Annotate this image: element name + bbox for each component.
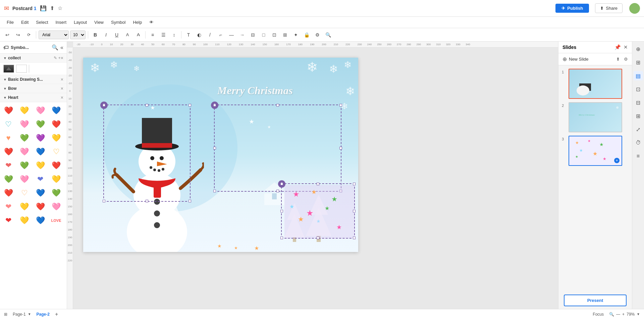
- symbol-heart-34[interactable]: 💛: [18, 214, 31, 227]
- menu-file[interactable]: File: [3, 18, 17, 26]
- publish-button[interactable]: ✈ Publish: [555, 4, 589, 13]
- redo-button[interactable]: ↪: [13, 30, 23, 40]
- menu-symbol[interactable]: Symbol: [108, 18, 129, 26]
- avatar[interactable]: [629, 3, 640, 14]
- slide-thumb-2[interactable]: 2 Merry Christmas ❄: [561, 102, 629, 133]
- symbol-heart-33[interactable]: ❤: [2, 214, 15, 227]
- basic-drawing-close-icon[interactable]: ×: [61, 77, 63, 82]
- symbol-heart-2[interactable]: 💛: [18, 104, 31, 117]
- bold-button[interactable]: B: [91, 30, 100, 40]
- symbol-heart-28[interactable]: 💚: [50, 187, 63, 199]
- undo-button[interactable]: ↩: [3, 30, 12, 40]
- symbol-heart-3[interactable]: 🩷: [34, 104, 47, 117]
- menu-select[interactable]: Select: [33, 18, 51, 26]
- undo-alt-button[interactable]: ⟳: [24, 30, 34, 40]
- symbol-heart-17[interactable]: ❤: [2, 159, 15, 172]
- sidebar-icon-table[interactable]: ⊞: [634, 111, 643, 121]
- star-icon[interactable]: ☆: [58, 5, 62, 11]
- collect-section-header[interactable]: ▼ collect ✎ + ×: [0, 54, 67, 63]
- line-style-button[interactable]: —: [227, 30, 236, 40]
- sidebar-icon-cursor[interactable]: ⊕: [634, 44, 643, 54]
- symbol-heart-9[interactable]: ♥: [2, 132, 15, 144]
- menu-help[interactable]: Help: [129, 18, 145, 26]
- slide-canvas[interactable]: ❄ ❄ ❄ ❄ ❄ ❄ ❄ ❄: [83, 58, 358, 252]
- slide-image-2[interactable]: Merry Christmas ❄: [569, 102, 622, 132]
- symbol-heart-7[interactable]: 💚: [34, 118, 47, 131]
- export-icon[interactable]: ⬆: [50, 5, 54, 11]
- page-1-dropdown[interactable]: ▼: [28, 312, 31, 316]
- connector-button[interactable]: ⌐: [216, 30, 225, 40]
- slides-export-icon[interactable]: ⬆: [616, 57, 620, 62]
- symbol-heart-4[interactable]: 💙: [50, 104, 63, 117]
- menu-view[interactable]: View: [91, 18, 107, 26]
- share-button[interactable]: ⬆ Share: [595, 3, 623, 13]
- save-icon[interactable]: 💾: [40, 5, 47, 11]
- symbol-heart-21[interactable]: 💚: [2, 173, 15, 186]
- sidebar-icon-settings[interactable]: ≡: [634, 151, 643, 161]
- present-button[interactable]: Present: [564, 295, 627, 306]
- collect-edit-icon[interactable]: ✎: [54, 56, 57, 60]
- menu-insert[interactable]: Insert: [52, 18, 70, 26]
- menu-ai[interactable]: 👁: [146, 18, 157, 26]
- sidebar-icon-expand[interactable]: ⤢: [634, 125, 643, 134]
- collect-close-icon[interactable]: ×: [61, 55, 63, 61]
- symbol-heart-27[interactable]: 💙: [34, 187, 47, 199]
- slides-pin-icon[interactable]: 📌: [614, 44, 621, 50]
- symbol-heart-6[interactable]: 🩷: [18, 118, 31, 131]
- symbol-heart-1[interactable]: ❤️: [2, 104, 15, 117]
- zoom-dropdown-icon[interactable]: ▼: [637, 312, 640, 316]
- fill-tool[interactable]: [3, 65, 14, 73]
- group-button[interactable]: ⚙: [313, 30, 322, 40]
- collect-add-icon[interactable]: +: [58, 56, 61, 60]
- symbol-heart-32[interactable]: 🩷: [50, 200, 63, 213]
- font-color-button[interactable]: A: [123, 30, 132, 40]
- slide-image-1[interactable]: [569, 69, 622, 99]
- symbol-heart-22[interactable]: 🩷: [18, 173, 31, 186]
- position-button[interactable]: ⊞: [280, 30, 290, 40]
- symbol-heart-36[interactable]: LOVE: [50, 214, 63, 227]
- slide-thumb-1[interactable]: 1: [561, 68, 629, 100]
- page-2-tab[interactable]: Page-2: [37, 312, 50, 317]
- canvas-area[interactable]: -20-10 010 2030 4050 6070 8090 100110 12…: [67, 42, 558, 309]
- zoom-slider[interactable]: —: [616, 312, 620, 317]
- bow-section-header[interactable]: ▼ Bow ×: [0, 84, 67, 93]
- basic-drawing-section-header[interactable]: ▼ Basic Drawing S... ×: [0, 75, 67, 84]
- slides-settings-icon[interactable]: ⚙: [624, 57, 628, 62]
- sidebar-icon-grid[interactable]: ⊞: [634, 58, 643, 67]
- symbol-heart-13[interactable]: ❤️: [2, 145, 15, 158]
- panel-search-icon[interactable]: 🔍: [52, 44, 58, 51]
- symbol-heart-16[interactable]: ♡: [50, 145, 63, 158]
- sidebar-icon-layers[interactable]: ▤: [634, 71, 643, 80]
- shadow-button[interactable]: □: [259, 30, 268, 40]
- search-button[interactable]: 🔍: [323, 30, 333, 40]
- symbol-heart-10[interactable]: 💚: [18, 132, 31, 144]
- symbol-heart-26[interactable]: ♡: [18, 187, 31, 199]
- underline-button[interactable]: U: [112, 30, 121, 40]
- line-spacing-button[interactable]: ↕: [169, 30, 179, 40]
- symbol-heart-20[interactable]: ❤️: [50, 159, 63, 172]
- zoom-in-icon[interactable]: +: [622, 312, 625, 317]
- font-size-select[interactable]: 10: [70, 30, 86, 39]
- heart-section-header[interactable]: ▼ Heart ×: [0, 93, 67, 102]
- symbol-heart-31[interactable]: ❤️: [34, 200, 47, 213]
- symbol-heart-35[interactable]: 💙: [34, 214, 47, 227]
- panel-collapse-icon[interactable]: «: [60, 45, 63, 51]
- font-family-select[interactable]: Arial: [39, 30, 69, 39]
- page-1-tab[interactable]: Page-1 ▼: [13, 312, 31, 317]
- align-left-button[interactable]: ≡: [148, 30, 157, 40]
- symbol-heart-19[interactable]: 💛: [34, 159, 47, 172]
- effects-button[interactable]: ✦: [291, 30, 301, 40]
- symbol-heart-11[interactable]: 💜: [34, 132, 47, 144]
- symbol-heart-15[interactable]: 💙: [34, 145, 47, 158]
- symbol-heart-8[interactable]: ❤️: [50, 118, 63, 131]
- slide-thumb-3[interactable]: 3 ★ ★ ★ ★ ★ ★ ★ +: [561, 135, 629, 167]
- heart-close-icon[interactable]: ×: [61, 95, 63, 100]
- slide-image-3[interactable]: ★ ★ ★ ★ ★ ★ ★ +: [569, 136, 622, 166]
- border-button[interactable]: ⊟: [248, 30, 258, 40]
- menu-edit[interactable]: Edit: [18, 18, 32, 26]
- zoom-out-icon[interactable]: 🔍: [609, 312, 614, 317]
- slide-3-add-badge[interactable]: +: [614, 158, 620, 163]
- rect-tool[interactable]: [16, 65, 27, 73]
- slides-close-icon[interactable]: ✕: [624, 44, 628, 50]
- symbol-heart-24[interactable]: 💛: [50, 173, 63, 186]
